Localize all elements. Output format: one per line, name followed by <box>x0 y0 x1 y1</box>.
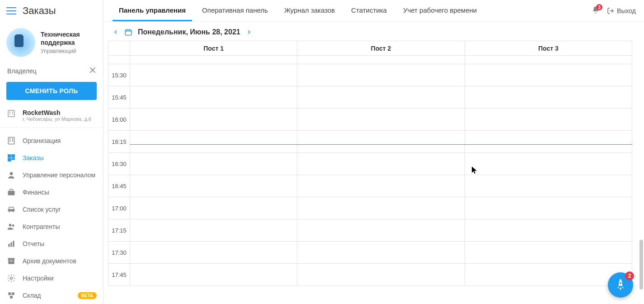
building-icon <box>6 136 16 145</box>
svg-rect-26 <box>10 261 13 261</box>
notifications-bell[interactable]: 3 <box>592 6 600 15</box>
schedule-slot[interactable] <box>297 197 465 219</box>
subheader-cell <box>130 56 297 64</box>
svg-rect-24 <box>8 258 15 259</box>
schedule-slot[interactable] <box>130 109 297 131</box>
schedule-slot[interactable] <box>297 219 465 242</box>
tab-dashboard[interactable]: Панель управления <box>113 0 192 21</box>
time-label: 15:45 <box>108 86 130 109</box>
schedule-slot[interactable] <box>465 219 632 242</box>
schedule-slot[interactable] <box>297 86 465 109</box>
calendar-button[interactable] <box>124 28 132 36</box>
svg-rect-7 <box>12 138 14 140</box>
schedule-corner <box>108 41 130 56</box>
nav-item-orders[interactable]: Заказы <box>0 149 103 166</box>
schedule-slot[interactable] <box>130 86 297 109</box>
post-header-1: Пост 1 <box>130 41 297 56</box>
schedule-slot[interactable] <box>297 175 465 197</box>
nav-item-warehouse[interactable]: СкладBETA <box>0 287 103 304</box>
schedule-slot[interactable] <box>130 264 297 286</box>
schedule-slot[interactable] <box>465 264 632 286</box>
svg-point-17 <box>9 211 10 213</box>
nav-item-reports[interactable]: Отчеты <box>0 235 103 252</box>
schedule-slot[interactable] <box>130 219 297 242</box>
schedule-slot[interactable] <box>465 64 632 86</box>
tab-worktime[interactable]: Учет рабочего времени <box>397 0 483 21</box>
nav-item-services[interactable]: Список услуг <box>0 201 103 218</box>
org-block[interactable]: RocketWash г. Чебоксары, ул Маркова, д.6 <box>0 104 103 128</box>
svg-rect-3 <box>9 114 10 114</box>
schedule-slot[interactable] <box>130 131 297 153</box>
time-label: 16:15 <box>108 131 130 153</box>
nav-label: Список услуг <box>23 206 61 213</box>
svg-rect-25 <box>8 260 14 264</box>
close-icon[interactable] <box>89 67 96 75</box>
nav-item-settings[interactable]: Настройки <box>0 270 103 287</box>
switch-role-button[interactable]: СМЕНИТЬ РОЛЬ <box>6 82 97 100</box>
schedule-slot[interactable] <box>130 242 297 264</box>
chart-icon <box>6 239 16 248</box>
nav-item-organization[interactable]: Организация <box>0 132 103 149</box>
page-title: Заказы <box>23 5 56 17</box>
scrollbar-thumb[interactable] <box>639 240 643 290</box>
schedule-slot[interactable] <box>465 131 632 153</box>
schedule-slot[interactable] <box>297 131 465 153</box>
nav-item-archive[interactable]: Архив документов <box>0 252 103 270</box>
tab-operational[interactable]: Оперативная панель <box>196 0 274 21</box>
time-label: 16:00 <box>108 109 130 131</box>
grid-icon <box>6 153 16 162</box>
prev-day-button[interactable] <box>113 29 119 35</box>
archive-icon <box>6 256 16 266</box>
boxes-icon <box>6 291 16 300</box>
schedule-slot[interactable] <box>130 197 297 219</box>
schedule-slot[interactable] <box>130 153 297 175</box>
date-nav: Понедельник, Июнь 28, 2021 <box>103 22 644 41</box>
schedule-slot[interactable] <box>465 242 632 264</box>
svg-point-19 <box>9 224 12 227</box>
schedule-slot[interactable] <box>130 64 297 86</box>
next-day-button[interactable] <box>246 29 252 35</box>
svg-rect-11 <box>12 155 15 158</box>
svg-rect-13 <box>12 158 15 160</box>
schedule-slot[interactable] <box>465 86 632 109</box>
schedule-slot[interactable] <box>465 109 632 131</box>
nav-item-contractors[interactable]: Контрагенты <box>0 218 103 235</box>
schedule-slot[interactable] <box>297 242 465 264</box>
hamburger-menu-icon[interactable] <box>6 6 16 16</box>
users-icon <box>6 222 16 231</box>
schedule-slot[interactable] <box>297 264 465 286</box>
time-label: 17:45 <box>108 264 130 286</box>
svg-rect-1 <box>9 112 10 113</box>
fab-button[interactable]: 2 <box>608 272 633 298</box>
svg-rect-6 <box>9 138 10 140</box>
notifications-badge: 3 <box>596 4 602 10</box>
chevron-left-icon <box>113 29 119 35</box>
logout-link[interactable]: Выход <box>607 7 636 14</box>
schedule-slot[interactable] <box>297 64 465 86</box>
svg-rect-5 <box>8 138 14 144</box>
schedule-slot[interactable] <box>465 197 632 219</box>
subheader-cell <box>465 56 632 64</box>
schedule-grid: Пост 1Пост 2Пост 315:3015:4516:0016:1516… <box>108 41 632 286</box>
svg-rect-16 <box>8 209 15 211</box>
tab-stats[interactable]: Статистика <box>345 0 393 21</box>
nav-label: Отчеты <box>23 240 44 247</box>
schedule-slot[interactable] <box>297 153 465 175</box>
post-header-3: Пост 3 <box>465 41 632 56</box>
svg-point-20 <box>12 224 14 227</box>
time-label: 17:15 <box>108 219 130 242</box>
svg-rect-8 <box>9 140 10 142</box>
svg-rect-23 <box>13 241 14 247</box>
car-icon <box>6 205 16 214</box>
schedule-slot[interactable] <box>465 153 632 175</box>
schedule-slot[interactable] <box>297 109 465 131</box>
nav-item-staff[interactable]: Управление персоналом <box>0 166 103 184</box>
fab-badge: 2 <box>625 271 634 280</box>
svg-rect-30 <box>10 296 13 299</box>
nav-item-finance[interactable]: Финансы <box>0 184 103 201</box>
schedule-slot[interactable] <box>130 175 297 197</box>
nav-label: Склад <box>23 292 41 299</box>
tab-journal[interactable]: Журнал заказов <box>278 0 341 21</box>
schedule-slot[interactable] <box>465 175 632 197</box>
subheader-cell <box>297 56 465 64</box>
